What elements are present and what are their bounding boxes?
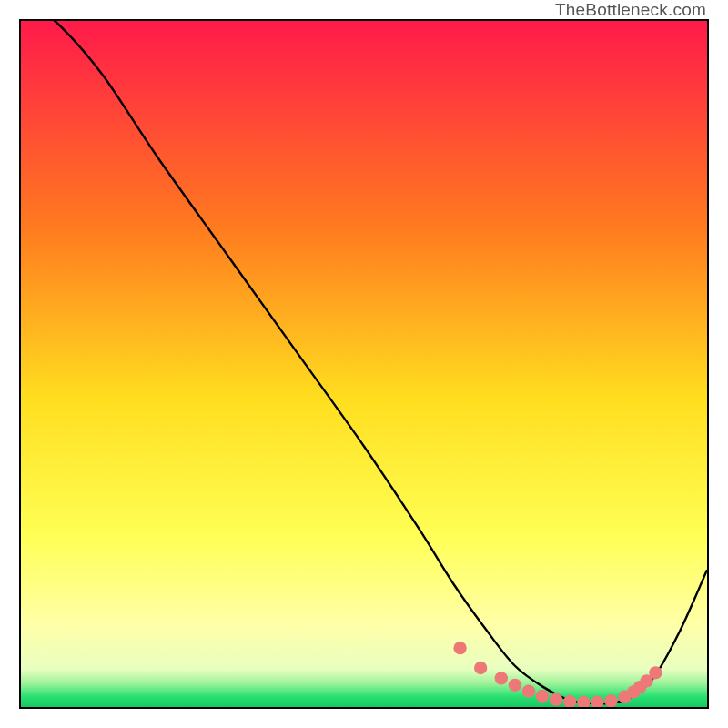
marker-dot — [550, 693, 562, 706]
marker-dot — [577, 696, 590, 709]
marker-dot — [474, 662, 487, 674]
marker-dot — [453, 642, 466, 654]
plot-area — [19, 19, 709, 709]
marker-dot — [495, 672, 508, 684]
chart-container: TheBottleneck.com — [0, 0, 728, 728]
marker-dot — [522, 684, 535, 697]
optimal-range-dots — [453, 642, 662, 709]
marker-dot — [591, 696, 603, 709]
marker-dot — [649, 666, 662, 679]
watermark-text: TheBottleneck.com — [555, 0, 706, 20]
marker-dot — [536, 690, 549, 703]
marker-dot — [509, 679, 521, 692]
marker-dot — [604, 694, 617, 707]
marker-dot — [563, 695, 576, 708]
bottleneck-curve — [21, 19, 707, 703]
chart-svg — [21, 21, 707, 707]
